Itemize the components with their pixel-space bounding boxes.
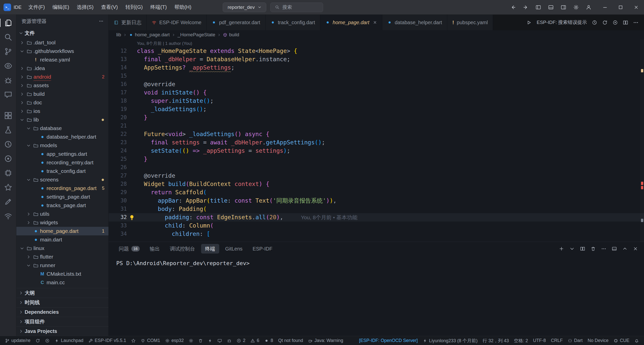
breadcrumb-item-homepagestate[interactable]: _HomePageState [177,32,215,38]
status-device-target[interactable]: esp32 [163,336,186,345]
menu-选择-s[interactable]: 选择(S) [73,2,97,12]
tree-file-track-config-dart[interactable]: track_config.dart [16,167,108,175]
tree-folder-build[interactable]: build [16,90,108,98]
status-encoding[interactable]: UTF-8 [531,336,548,345]
maximize-panel[interactable] [622,246,627,251]
run-configuration[interactable] [613,20,618,25]
toggle-panel[interactable] [545,2,556,12]
close-icon[interactable] [373,20,377,24]
more-panel-actions[interactable] [601,246,606,251]
global-search[interactable]: 搜索 [270,3,323,12]
activity-testing[interactable] [0,123,16,137]
code-line-14[interactable]: 14 AppSettings? _appSettings; [109,64,644,72]
status-gitlens-blame[interactable]: Liyunlong233 (8 个月前) [420,336,480,345]
tree-folder-dart-tool[interactable]: .dart_tool [16,38,108,47]
tree-folder-runner[interactable]: runner [16,261,108,270]
window-maximize-button[interactable] [613,0,628,14]
status-debug-device[interactable] [224,336,234,345]
status-run-target[interactable] [43,336,52,345]
tree-folder-database[interactable]: database [16,124,108,133]
tree-file-main-cc[interactable]: Cmain.cc [16,278,108,287]
tree-file-app-settings-dart[interactable]: app_settings.dart [16,150,108,158]
status-sync-changes[interactable] [33,336,43,345]
activity-gitlens[interactable] [0,180,16,195]
tree-folder-widgets[interactable]: widgets [16,218,108,227]
code-line-34[interactable]: 34 children: [ [109,230,644,238]
run-file[interactable] [526,20,532,25]
menu-编辑-e[interactable]: 编辑(E) [49,2,73,12]
tree-file-cmakelists-txt[interactable]: MCMakeLists.txt [16,270,108,278]
files-section-header[interactable]: 文件 [16,28,108,38]
code-line-25[interactable]: 25 } [109,155,644,163]
status-java-status[interactable]: Java: Warning [306,336,346,345]
accounts[interactable] [583,2,594,12]
breadcrumb-item-home-page-dart[interactable]: home_page.dart [129,32,170,38]
code-editor[interactable]: You, 8个月前 | 1 author (You)12class _HomeP… [109,39,644,242]
tree-file-home-page-dart[interactable]: home_page.dart1 [16,227,108,235]
code-line-21[interactable]: 21 [109,122,644,130]
code-line-18[interactable]: 18 super.initState(); [109,97,644,105]
menu-文件-f[interactable]: 文件(F) [25,2,49,12]
status-notifications[interactable] [632,336,641,345]
settings-gear[interactable] [571,2,582,12]
activity-run-and-debug[interactable] [0,73,16,87]
tree-folder-ios[interactable]: ios [16,107,108,115]
overview-ruler[interactable] [640,39,644,242]
close-panel[interactable] [633,246,638,251]
code-line-23[interactable]: 23 final settings = await _dbHelper.getA… [109,138,644,147]
activity-coverage[interactable] [0,151,16,166]
activity-source-control[interactable] [0,44,16,59]
code-line-16[interactable]: 16 @override [109,80,644,88]
tab-更新日志[interactable]: 更新日志 [109,15,147,30]
tab-pdf-generator-dart[interactable]: pdf_generator.dart [207,15,265,30]
window-minimize-button[interactable] [597,0,613,14]
section-java-projects[interactable]: Java Projects [16,326,108,336]
refresh[interactable] [602,20,608,25]
status-warning-count[interactable]: 6 [248,336,262,345]
breadcrumb-item-lib[interactable]: lib [116,32,121,38]
menu-查看-v[interactable]: 查看(V) [97,2,122,12]
panel-tab-终端[interactable]: 终端 [201,244,219,254]
code-line-30[interactable]: 30 appBar: AppBar(title: const Text('同期录… [109,197,644,205]
tree-file-tracks-page-dart[interactable]: tracks_page.dart [16,201,108,210]
tree-file-recording-entry-dart[interactable]: recording_entry.dart [16,158,108,167]
tree-folder-models[interactable]: models [16,141,108,150]
tree-file-release-yaml[interactable]: !release.yaml [16,55,108,64]
split-editor[interactable] [623,20,628,25]
tree-folder-idea[interactable]: .idea [16,64,108,73]
tab-home-page-dart[interactable]: home_page.dart [320,15,383,30]
esp-search-error-hints[interactable]: ESP-IDF: 搜索错误提示 [537,19,587,26]
nav-back[interactable] [508,2,519,12]
section-时间线[interactable]: 时间线 [16,298,108,307]
activity-platformio[interactable] [0,166,16,180]
terminal-profiles[interactable] [570,246,575,251]
new-terminal[interactable] [559,246,564,251]
menu-转到-g[interactable]: 转到(G) [122,2,146,12]
tree-file-database-helper-dart[interactable]: database_helper.dart [16,133,108,141]
window-close-button[interactable] [628,0,644,14]
tree-folder-utils[interactable]: utils [16,210,108,218]
tree-folder-doc[interactable]: doc [16,98,108,107]
terminal[interactable]: PS D:\Android\Reporter_dev\reporter_dev> [109,256,644,266]
code-line-31[interactable]: 31 body: Padding( [109,205,644,213]
tab-database-helper-dart[interactable]: database_helper.dart [382,15,447,30]
status-eol[interactable]: CRLF [548,336,565,345]
code-line-20[interactable]: 20 } [109,113,644,122]
status-sdk-config[interactable] [186,336,196,345]
section-dependencies[interactable]: Dependencies [16,307,108,317]
toggle-primary-sidebar[interactable] [533,2,544,12]
panel-tab-esp-idf[interactable]: ESP-IDF [249,244,277,254]
panel-tab-输出[interactable]: 输出 [146,244,164,254]
status-full-clean[interactable] [196,336,205,345]
tree-folder-github-workflows[interactable]: .github\workflows [16,47,108,55]
section-项目组件[interactable]: 项目组件 [16,317,108,326]
code-line-27[interactable]: 27 @override [109,172,644,180]
status-git-branch[interactable]: update/re [3,336,33,345]
toggle-secondary-sidebar[interactable] [558,2,569,12]
tree-folder-lib[interactable]: lib [16,115,108,124]
workspace-switcher[interactable]: reporter_dev [223,3,266,12]
nav-forward[interactable] [520,2,531,12]
breadcrumb-item-build[interactable]: build [223,32,239,38]
status-qt-status[interactable]: Qt not found [276,336,306,345]
status-error-count[interactable]: 2 [234,336,248,345]
